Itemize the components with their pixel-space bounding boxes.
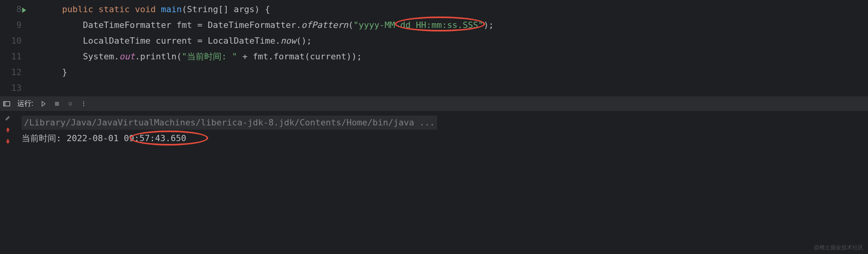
line-number: 13 bbox=[0, 80, 22, 96]
code-line: System.out.println("当前时间: " + fmt.format… bbox=[29, 49, 868, 64]
svg-rect-1 bbox=[4, 101, 6, 106]
line-number: 8 bbox=[0, 2, 22, 17]
code-line: } bbox=[29, 64, 868, 80]
rerun-icon[interactable] bbox=[40, 101, 47, 107]
code-line: public static void main(String[] args) { bbox=[29, 2, 868, 17]
console-output-line: 当前时间: 2022-08-01 09:57:43.650 bbox=[22, 131, 864, 146]
console-output[interactable]: /Library/Java/JavaVirtualMachines/liberi… bbox=[16, 111, 868, 150]
console-gutter bbox=[0, 111, 16, 150]
down-arrow-icon[interactable] bbox=[5, 138, 11, 145]
code-editor[interactable]: 8 9 10 11 12 13 public static void main(… bbox=[0, 0, 868, 96]
svg-rect-2 bbox=[55, 102, 59, 106]
svg-point-3 bbox=[69, 103, 71, 105]
run-label: 运行: bbox=[17, 98, 33, 109]
line-number: 9 bbox=[0, 17, 22, 33]
line-number: 11 bbox=[0, 49, 22, 64]
console-command-line: /Library/Java/JavaVirtualMachines/liberi… bbox=[22, 115, 864, 131]
svg-point-4 bbox=[83, 101, 84, 102]
stop-icon[interactable] bbox=[54, 101, 60, 107]
console-panel: /Library/Java/JavaVirtualMachines/liberi… bbox=[0, 111, 868, 150]
code-content[interactable]: public static void main(String[] args) {… bbox=[29, 0, 868, 96]
more-icon[interactable] bbox=[81, 101, 87, 107]
line-number: 12 bbox=[0, 64, 22, 80]
run-toolbar: 运行: bbox=[0, 96, 868, 111]
code-line bbox=[29, 80, 868, 96]
panel-icon[interactable] bbox=[3, 100, 10, 107]
debug-icon[interactable] bbox=[67, 101, 73, 107]
line-number: 10 bbox=[0, 33, 22, 49]
svg-point-6 bbox=[83, 105, 84, 106]
code-line: LocalDateTime current = LocalDateTime.no… bbox=[29, 33, 868, 49]
svg-point-5 bbox=[83, 103, 84, 104]
code-line: DateTimeFormatter fmt = DateTimeFormatte… bbox=[29, 17, 868, 33]
edit-icon[interactable] bbox=[5, 115, 11, 121]
line-gutter: 8 9 10 11 12 13 bbox=[0, 0, 29, 96]
up-arrow-icon[interactable] bbox=[5, 127, 11, 133]
